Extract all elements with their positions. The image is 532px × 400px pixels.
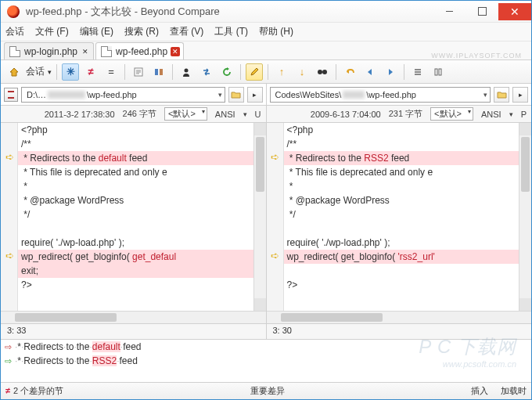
left-code[interactable]: <?php/** * Redirects to the default feed… [18,123,253,311]
status-important: 重要差异 [250,385,285,397]
vertical-scrollbar[interactable] [253,123,266,311]
browse-button[interactable] [494,87,509,103]
history-button[interactable]: ▸ [247,87,263,103]
right-code[interactable]: <?php/** * Redirects to the RSS2 feed * … [284,123,519,311]
brand-watermark: WWW.IPLAYSOFT.COM [431,52,528,59]
svg-point-5 [322,70,327,74]
window-title: wp-feed.php - 文本比较 - Beyond Compare [26,5,433,19]
app-icon [7,5,20,18]
home-button[interactable] [5,63,23,81]
diff-filter-button[interactable]: ≠ [82,63,99,81]
diff-count: 2 个差异的节 [13,386,63,395]
diff-marker-icon: ➪ [3,151,16,164]
right-gutter: ➪ ➪ [267,123,284,311]
left-lineend: U [255,110,261,119]
tab-bar: wp-login.php ✕ wp-feed.php ✕ WWW.IPLAYSO… [1,41,531,60]
tab-close-icon[interactable]: ✕ [171,47,180,56]
tab-wp-feed[interactable]: wp-feed.php ✕ [95,42,184,59]
minimize-button[interactable] [433,3,466,20]
same-filter-button[interactable]: = [102,63,120,81]
status-insert: 插入 [471,385,488,397]
all-filter-button[interactable]: ✳ [62,63,79,81]
left-gutter: ➪ ➪ [1,123,18,311]
tab-close-icon[interactable]: ✕ [81,47,90,56]
copy-left-button[interactable] [361,63,379,81]
edit-button[interactable] [246,63,263,81]
tab-label: wp-feed.php [116,46,167,57]
file-icon [101,46,112,57]
maximize-button[interactable] [466,3,498,20]
left-size: 246 字节 [123,108,156,120]
compare-panes: ➪ ➪ <?php/** * Redirects to the default … [1,123,531,323]
horizontal-scrollbar[interactable] [267,311,532,323]
menu-file[interactable]: 文件 (F) [35,25,69,38]
left-date: 2011-3-2 17:38:30 [45,110,115,119]
options-button[interactable] [430,63,447,81]
vertical-scrollbar[interactable] [519,123,531,311]
history-button[interactable]: ▸ [512,87,528,103]
tab-label: wp-login.php [24,46,77,57]
left-default-dropdown[interactable]: <默认> [164,107,207,121]
menu-help[interactable]: 帮助 (H) [259,25,293,38]
close-button[interactable]: ✕ [498,3,531,20]
arrow-right-icon: ⇨ [1,354,15,368]
status-bar: ≠2 个差异的节 重要差异 插入 加载时 [1,382,531,399]
right-position: 3: 30 [267,324,532,339]
diff-marker-icon: ➪ [269,250,282,262]
svg-rect-1 [155,69,158,75]
swap-button[interactable] [198,63,215,81]
session-label[interactable]: 会话 [26,65,45,78]
diff-row: ⇨ ·*·Redirects·to·the·RSS2·feed [1,354,531,368]
right-date: 2009-6-13 7:04:00 [311,110,381,119]
thumbnail-button[interactable] [4,88,18,102]
right-size: 231 字节 [389,108,422,120]
right-lineend: P [521,110,527,119]
right-encoding: ANSI [481,110,501,119]
left-pane: ➪ ➪ <?php/** * Redirects to the default … [1,123,267,323]
copy-right-button[interactable] [382,63,399,81]
format-button[interactable] [150,63,167,81]
left-path-field[interactable]: D:\…\wp-feed.php [21,87,225,103]
binoculars-icon[interactable] [314,63,331,81]
diff-marker-icon: ➪ [3,250,16,262]
diff-row: ⇨ ·*·Redirects·to·the·default·feed [1,340,531,354]
title-bar: wp-feed.php - 文本比较 - Beyond Compare ✕ [1,1,531,23]
tab-wp-login[interactable]: wp-login.php ✕ [4,42,94,59]
diff-detail-pane: ⇨ ·*·Redirects·to·the·default·feed ⇨ ·*·… [1,339,531,382]
svg-rect-2 [160,69,163,75]
status-loaded: 加载时 [501,385,527,397]
file-icon [9,46,20,57]
position-bar: 3: 33 3: 30 [1,323,531,339]
menu-view[interactable]: 查看 (V) [170,25,203,38]
toolbar: 会话▾ ✳ ≠ = ↑ ↓ [1,60,531,84]
reload-button[interactable] [218,63,235,81]
horizontal-scrollbar[interactable] [1,311,266,323]
svg-rect-7 [439,69,441,75]
rules-button[interactable] [130,63,147,81]
left-encoding: ANSI [215,110,235,119]
arrow-right-icon: ⇨ [1,340,15,354]
menu-tools[interactable]: 工具 (T) [214,25,248,38]
menu-bar: 会话 文件 (F) 编辑 (E) 搜索 (R) 查看 (V) 工具 (T) 帮助… [1,23,531,41]
menu-session[interactable]: 会话 [5,25,24,38]
info-bar: 2011-3-2 17:38:30 246 字节 <默认> ANSI ▾ U 2… [1,106,531,123]
diff-icon: ≠ [5,386,10,395]
undo-button[interactable] [341,63,358,81]
right-pane: ➪ ➪ <?php/** * Redirects to the RSS2 fee… [267,123,532,323]
svg-rect-6 [435,69,437,75]
right-path-field[interactable]: Codes\WebSites\\wp-feed.php [270,87,491,103]
svg-point-3 [185,68,189,72]
down-arrow-button[interactable]: ↓ [293,63,311,81]
diff-marker-icon: ➪ [269,151,282,164]
svg-point-4 [318,70,322,74]
menu-search[interactable]: 搜索 (R) [124,25,159,38]
right-default-dropdown[interactable]: <默认> [430,107,473,121]
person-icon[interactable] [178,63,195,81]
left-position: 3: 33 [1,324,267,339]
up-arrow-button[interactable]: ↑ [273,63,290,81]
path-bar: D:\…\wp-feed.php ▸ Codes\WebSites\\wp-fe… [1,84,531,106]
browse-button[interactable] [228,87,244,103]
menu-edit[interactable]: 编辑 (E) [80,25,113,38]
list-view-button[interactable] [409,63,426,81]
